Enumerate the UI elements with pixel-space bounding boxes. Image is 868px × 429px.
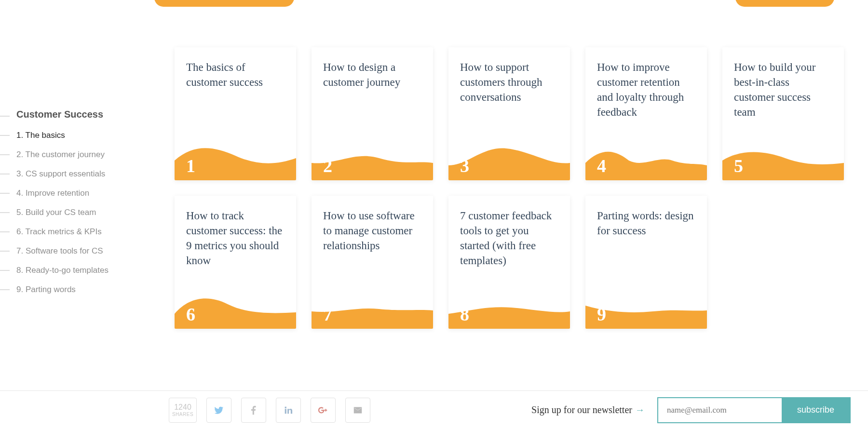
signup-label: Sign up for our newsletter	[531, 404, 632, 416]
card-6[interactable]: How to track customer success: the 9 met…	[175, 196, 296, 329]
linkedin-icon[interactable]	[276, 398, 301, 423]
card-number: 7	[323, 304, 332, 325]
card-9[interactable]: Parting words: design for success 9	[585, 196, 707, 329]
sidebar-heading: Customer Success	[0, 106, 135, 126]
card-number: 5	[734, 155, 743, 176]
card-7[interactable]: How to use software to manage customer r…	[312, 196, 433, 329]
sidebar-item-basics[interactable]: 1. The basics	[0, 126, 135, 145]
card-5[interactable]: How to build your best-in-class customer…	[722, 47, 844, 180]
email-input[interactable]	[658, 398, 782, 422]
sidebar-item-journey[interactable]: 2. The customer journey	[0, 145, 135, 164]
facebook-icon[interactable]	[241, 398, 266, 423]
footer-bar: 1240 SHARES Sign up for our newsletter →…	[0, 390, 868, 429]
header-cta-left[interactable]	[154, 0, 294, 7]
card-number: 6	[186, 304, 195, 325]
card-title: The basics of customer success	[175, 47, 296, 90]
card-number: 9	[597, 304, 606, 325]
card-title: How to track customer success: the 9 met…	[175, 196, 296, 268]
arrow-right-icon: →	[635, 404, 645, 416]
sidebar-item-team[interactable]: 5. Build your CS team	[0, 203, 135, 222]
card-1[interactable]: The basics of customer success 1	[175, 47, 296, 180]
sidebar-item-retention[interactable]: 4. Improve retention	[0, 184, 135, 203]
sidebar-item-parting[interactable]: 9. Parting words	[0, 280, 135, 299]
card-title: How to support customers through convers…	[448, 47, 570, 105]
sidebar-item-tools[interactable]: 7. Software tools for CS	[0, 241, 135, 261]
share-count-label: SHARES	[172, 412, 193, 417]
card-4[interactable]: How to improve customer retention and lo…	[585, 47, 707, 180]
share-count: 1240 SHARES	[169, 398, 197, 423]
header-cta-right[interactable]	[735, 0, 834, 7]
sidebar-item-templates[interactable]: 8. Ready-to-go templates	[0, 261, 135, 280]
subscribe-button[interactable]: subscribe	[782, 398, 850, 422]
email-form: subscribe	[657, 397, 851, 423]
card-title: How to improve customer retention and lo…	[585, 47, 707, 120]
twitter-icon[interactable]	[206, 398, 231, 423]
sidebar-nav: Customer Success 1. The basics 2. The cu…	[0, 106, 135, 299]
card-3[interactable]: How to support customers through convers…	[448, 47, 570, 180]
newsletter-signup: Sign up for our newsletter → subscribe	[531, 397, 851, 423]
card-title: How to build your best-in-class customer…	[722, 47, 844, 120]
card-title: 7 customer feedback tools to get you sta…	[448, 196, 570, 268]
googleplus-icon[interactable]	[311, 398, 336, 423]
card-2[interactable]: How to design a customer journey 2	[312, 47, 433, 180]
card-title: How to use software to manage customer r…	[312, 196, 433, 253]
card-number: 8	[460, 304, 469, 325]
card-number: 3	[460, 155, 469, 176]
sidebar-item-essentials[interactable]: 3. CS support essentials	[0, 164, 135, 184]
email-icon[interactable]	[345, 398, 370, 423]
card-number: 4	[597, 155, 606, 176]
card-title: How to design a customer journey	[312, 47, 433, 90]
card-title: Parting words: design for success	[585, 196, 707, 238]
sidebar-item-metrics[interactable]: 6. Track metrics & KPIs	[0, 222, 135, 241]
card-number: 2	[323, 155, 332, 176]
card-8[interactable]: 7 customer feedback tools to get you sta…	[448, 196, 570, 329]
card-grid: The basics of customer success 1 How to …	[175, 47, 844, 329]
card-number: 1	[186, 155, 195, 176]
share-count-value: 1240	[174, 403, 191, 411]
